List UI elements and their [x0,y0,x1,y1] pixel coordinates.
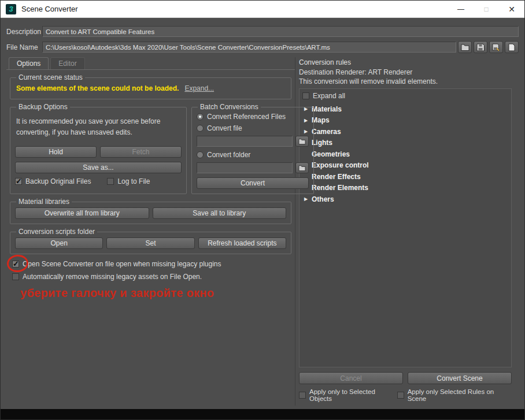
batch-conversions-group: Batch Conversions Convert Referenced Fil… [191,103,314,194]
apply-only-selected-objects-option[interactable]: Apply only to Selected Objects [299,388,397,402]
convert-scene-button[interactable]: Convert Scene [408,372,512,384]
open-scripts-folder-button[interactable]: Open [15,237,103,249]
backup-original-files-checkbox[interactable] [15,178,22,185]
apply-only-selected-objects-label: Apply only to Selected Objects [309,388,397,402]
scripts-buttons: Open Set Refresh loaded scripts [15,237,286,249]
tree-item-others[interactable]: ▶ Others [301,194,511,205]
cancel-button[interactable]: Cancel [299,372,403,384]
minimize-button[interactable]: — [448,1,474,17]
backup-original-files-option[interactable]: Backup Original Files [15,177,91,185]
destination-renderer-text: Destination Renderer: ART Renderer [299,68,512,76]
expand-all-option[interactable]: Expand all [301,91,511,103]
expand-all-checkbox[interactable] [302,92,309,99]
convert-folder-radio[interactable] [197,151,204,158]
window-controls: — □ ✕ [448,1,524,17]
backup-original-files-label: Backup Original Files [25,177,91,185]
save-preset-button[interactable] [474,41,487,53]
set-scripts-folder-button[interactable]: Set [106,237,194,249]
convert-file-option[interactable]: Convert file [197,124,309,132]
fetch-button[interactable]: Fetch [100,146,182,158]
apply-only-selected-rules-checkbox[interactable] [397,392,404,399]
apply-only-selected-objects-checkbox[interactable] [299,392,306,399]
tree-item-label: Cameras [312,128,341,136]
tab-editor[interactable]: Editor [50,57,84,69]
log-to-file-label: Log to File [117,177,150,185]
open-on-missing-plugins-option[interactable]: Open Scene Converter on file open when m… [12,260,293,268]
document-icon [508,43,515,51]
auto-remove-legacy-label: Automatically remove missing legacy asse… [23,273,202,281]
save-icon [476,43,485,51]
material-libraries-group: Material libraries Overwrite all from li… [10,198,291,224]
conversion-rules-title: Conversion rules [299,58,512,66]
convert-folder-label: Convert folder [207,151,250,159]
description-input[interactable] [42,26,519,37]
open-preset-button[interactable] [458,41,472,53]
expand-link[interactable]: Expand... [184,84,214,92]
folder-open-icon [461,43,469,51]
convert-referenced-option[interactable]: Convert Referenced Files [197,113,309,121]
convert-folder-path-row [197,162,309,173]
save-as-icon [492,43,501,51]
tree-item-maps[interactable]: ▶ Maps [301,115,511,127]
material-libraries-title: Material libraries [16,198,72,206]
material-libraries-buttons: Overwrite all from library Save all to l… [15,207,286,219]
overwrite-all-from-library-button[interactable]: Overwrite all from library [15,207,149,219]
tree-item-exposure-control[interactable]: ▶ Exposure control [301,160,511,172]
folder-icon [298,165,306,171]
tree-item-materials[interactable]: ▶ Materials [301,103,511,115]
auto-remove-legacy-option[interactable]: Automatically remove missing legacy asse… [12,273,293,281]
tree-item-render-elements[interactable]: Render Elements [301,183,511,194]
convert-file-radio[interactable] [197,125,204,132]
current-scene-status-title: Current scene status [16,73,85,81]
conversion-rules-pane: Conversion rules Destination Renderer: A… [295,57,519,406]
hold-button[interactable]: Hold [15,146,97,158]
convert-referenced-radio[interactable] [197,113,204,120]
browse-file-button[interactable] [295,136,309,147]
tree-item-label: Materials [312,105,342,113]
annotation-circle [6,254,29,273]
tree-item-label: Maps [312,116,330,124]
close-button[interactable]: ✕ [499,1,524,17]
conversion-note-text: This conversion will remove invalid elem… [299,77,512,86]
apply-only-selected-rules-option[interactable]: Apply only Selected Rules on Scene [397,388,512,402]
convert-folder-path-input[interactable] [197,162,293,173]
auto-remove-legacy-checkbox[interactable] [12,273,19,280]
save-as-button[interactable]: Save as... [15,162,182,173]
maximize-button[interactable]: □ [474,1,499,17]
convert-referenced-label: Convert Referenced Files [207,113,286,121]
save-all-to-library-button[interactable]: Save all to library [153,207,287,219]
window-bottom-strip [1,409,524,419]
tree-item-label: Geometries [312,150,350,158]
tree-item-label: Render Elements [312,184,368,192]
browse-folder-button[interactable] [295,162,309,173]
titlebar[interactable]: 3 Scene Converter — □ ✕ [1,1,524,18]
tree-item-render-effects[interactable]: Render Effects [301,171,511,183]
expand-arrow-icon[interactable]: ▶ [304,196,312,202]
file-name-input[interactable] [42,42,456,53]
file-name-label: File Name [6,43,42,51]
main-split: Options Editor Current scene status Some… [6,57,519,406]
tab-options[interactable]: Options [9,57,49,69]
window-title: Scene Converter [21,5,78,13]
batch-conversions-title: Batch Conversions [198,103,261,111]
rules-tree[interactable]: Expand all ▶ Materials ▶ Maps ▶ Cameras [299,88,512,367]
save-preset-as-button[interactable] [489,41,503,53]
convert-file-path-input[interactable] [197,136,293,147]
backup-options-title: Backup Options [16,103,70,111]
new-preset-button[interactable] [505,41,519,53]
refresh-loaded-scripts-button[interactable]: Refresh loaded scripts [198,237,286,249]
rules-action-buttons: Cancel Convert Scene [299,372,512,384]
tree-item-geometries[interactable]: Geometries [301,148,511,160]
tree-item-label: Others [312,195,334,203]
tree-item-cameras[interactable]: ▶ Cameras [301,126,511,137]
convert-button[interactable]: Convert [197,177,309,189]
log-to-file-checkbox[interactable] [107,178,114,185]
log-to-file-option[interactable]: Log to File [107,177,150,185]
convert-folder-option[interactable]: Convert folder [197,151,309,159]
tree-item-label: Exposure control [312,161,369,169]
convert-file-path-row [197,136,309,147]
tree-item-lights[interactable]: ▶ Lights [301,137,511,149]
tree-item-label: Lights [312,139,332,147]
description-label: Description [6,28,42,36]
backup-note: It is recommended you save your scene be… [16,116,180,137]
